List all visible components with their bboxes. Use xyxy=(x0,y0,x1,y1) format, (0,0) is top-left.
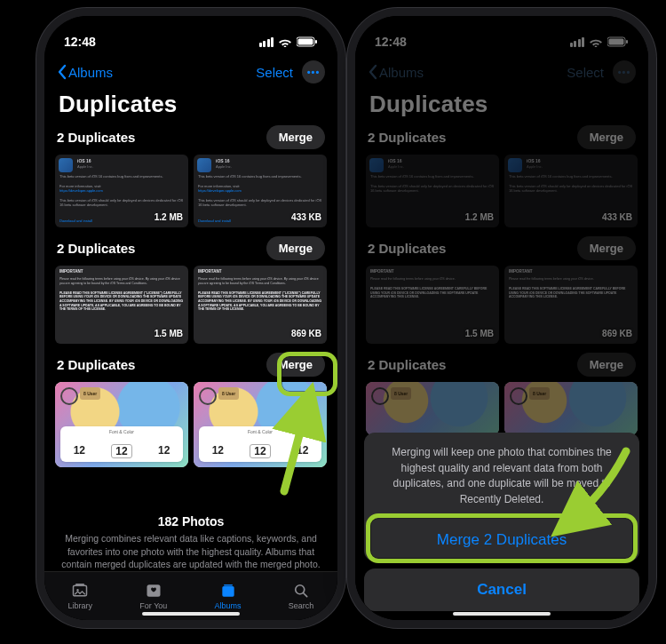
notch xyxy=(444,16,559,43)
library-icon xyxy=(70,582,90,600)
group-label: 2 Duplicates xyxy=(57,357,135,372)
duplicate-thumb[interactable]: 8 User Font & Color 121212 xyxy=(55,382,188,467)
duplicate-thumb[interactable]: iOS 16Apple Inc. This beta version of iO… xyxy=(194,155,327,227)
albums-icon xyxy=(218,582,238,600)
sheet-message: Merging will keep one photo that combine… xyxy=(378,445,625,518)
merge-button[interactable]: Merge xyxy=(266,353,325,377)
phone-right: 12:48 Albums Select ••• Duplicates xyxy=(355,16,648,620)
battery-icon xyxy=(297,36,318,47)
home-indicator[interactable] xyxy=(142,612,240,616)
svg-rect-4 xyxy=(75,584,84,585)
chevron-left-icon xyxy=(57,64,67,80)
app-icon xyxy=(59,158,73,172)
tab-search[interactable]: Search xyxy=(289,582,314,610)
svg-line-10 xyxy=(304,593,307,597)
nav-bar: Albums Select ••• xyxy=(44,57,337,89)
group-label: 2 Duplicates xyxy=(57,130,135,145)
merge-button[interactable]: Merge xyxy=(266,236,325,260)
merge-duplicates-button[interactable]: Merge 2 Duplicates xyxy=(378,518,625,561)
duplicate-thumb[interactable]: iOS 16Apple Inc. This beta version of iO… xyxy=(55,155,188,227)
cancel-button[interactable]: Cancel xyxy=(364,568,639,611)
footer-description: Merging combines relevant data like capt… xyxy=(60,532,321,570)
tab-library[interactable]: Library xyxy=(68,582,93,610)
photo-count: 182 Photos xyxy=(60,514,321,529)
svg-rect-1 xyxy=(298,39,313,45)
duplicate-thumb[interactable]: IMPORTANT Please read the following term… xyxy=(55,266,188,344)
more-button[interactable]: ••• xyxy=(302,60,325,83)
back-label: Albums xyxy=(68,65,113,80)
foryou-icon xyxy=(144,582,163,600)
status-time: 12:48 xyxy=(64,35,96,49)
size-badge: 433 KB xyxy=(291,211,321,224)
page-title: Duplicates xyxy=(59,91,323,118)
footer: 182 Photos Merging combines relevant dat… xyxy=(44,514,337,570)
tab-albums[interactable]: Albums xyxy=(215,582,242,610)
duplicates-list: 2 Duplicates Merge iOS 16Apple Inc. This… xyxy=(44,125,337,467)
action-sheet: Merging will keep one photo that combine… xyxy=(364,433,639,611)
back-button[interactable]: Albums xyxy=(57,64,113,80)
duplicate-thumb[interactable]: IMPORTANT Please read the following term… xyxy=(194,266,327,344)
duplicate-thumb[interactable]: 8 User Font & Color 121212 xyxy=(194,382,327,467)
cellular-icon xyxy=(259,37,274,47)
size-badge: 869 KB xyxy=(291,328,321,340)
wifi-icon xyxy=(278,36,292,47)
phone-left: 12:48 Albums Select ••• xyxy=(44,16,337,620)
tab-foryou[interactable]: For You xyxy=(139,582,167,610)
svg-rect-2 xyxy=(315,40,317,44)
svg-rect-7 xyxy=(222,586,234,597)
notch xyxy=(133,16,249,43)
app-icon xyxy=(197,158,211,172)
select-button[interactable]: Select xyxy=(256,65,293,80)
merge-button[interactable]: Merge xyxy=(266,125,325,149)
group-label: 2 Duplicates xyxy=(57,241,135,256)
size-badge: 1.5 MB xyxy=(155,328,183,340)
ellipsis-icon: ••• xyxy=(307,67,321,77)
svg-rect-8 xyxy=(224,584,233,586)
home-indicator[interactable] xyxy=(453,612,551,616)
search-icon xyxy=(291,582,311,600)
size-badge: 1.2 MB xyxy=(155,211,183,224)
